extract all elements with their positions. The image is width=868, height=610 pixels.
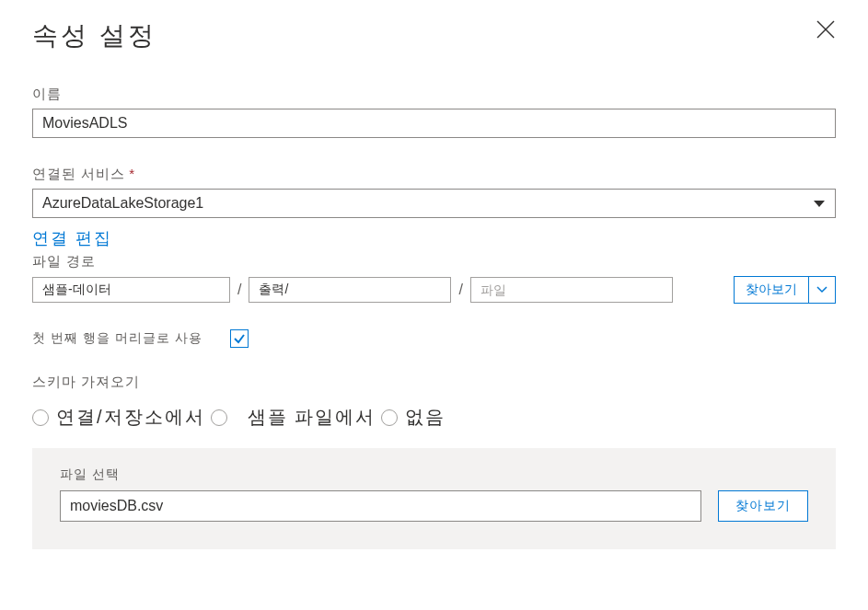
name-input[interactable]	[32, 109, 836, 138]
browse-button[interactable]: 찾아보기	[734, 276, 809, 304]
browse-dropdown-button[interactable]	[809, 276, 836, 304]
radio-from-sample-file-label: 샘플 파일에서	[248, 405, 376, 430]
checkmark-icon	[233, 332, 246, 345]
linked-service-label: 연결된 서비스*	[32, 166, 836, 183]
path-file-input[interactable]	[470, 277, 673, 303]
file-select-browse-button[interactable]: 찾아보기	[718, 490, 808, 522]
schema-import-label: 스키마 가져오기	[32, 374, 836, 391]
radio-from-sample-file[interactable]: 샘플 파일에서	[211, 405, 376, 430]
file-select-panel: 파일 선택 찾아보기	[32, 448, 836, 549]
edit-connection-link[interactable]: 연결 편집	[32, 227, 112, 249]
linked-service-value[interactable]	[32, 189, 836, 218]
path-directory-input[interactable]	[249, 277, 451, 303]
radio-circle-icon	[32, 409, 49, 426]
linked-service-select[interactable]	[32, 189, 836, 218]
dialog-title: 속성 설정	[32, 18, 156, 53]
radio-none[interactable]: 없음	[381, 405, 446, 430]
required-indicator: *	[129, 166, 135, 181]
radio-from-connection-label: 연결/저장소에서	[56, 405, 205, 430]
file-select-input[interactable]	[60, 490, 701, 522]
file-select-label: 파일 선택	[60, 466, 808, 483]
radio-none-label: 없음	[405, 405, 446, 430]
first-row-header-label: 첫 번째 행을 머리글로 사용	[32, 330, 203, 347]
radio-circle-icon	[381, 409, 398, 426]
path-container-input[interactable]	[32, 277, 230, 303]
name-label: 이름	[32, 86, 836, 103]
close-icon	[816, 19, 836, 40]
radio-circle-icon	[211, 409, 227, 426]
chevron-down-icon	[816, 286, 827, 293]
first-row-header-checkbox[interactable]	[230, 329, 249, 348]
path-separator: /	[458, 282, 462, 298]
path-separator: /	[237, 282, 241, 298]
file-path-label: 파일 경로	[32, 253, 836, 270]
radio-from-connection[interactable]: 연결/저장소에서	[32, 405, 205, 430]
close-button[interactable]	[816, 18, 836, 44]
